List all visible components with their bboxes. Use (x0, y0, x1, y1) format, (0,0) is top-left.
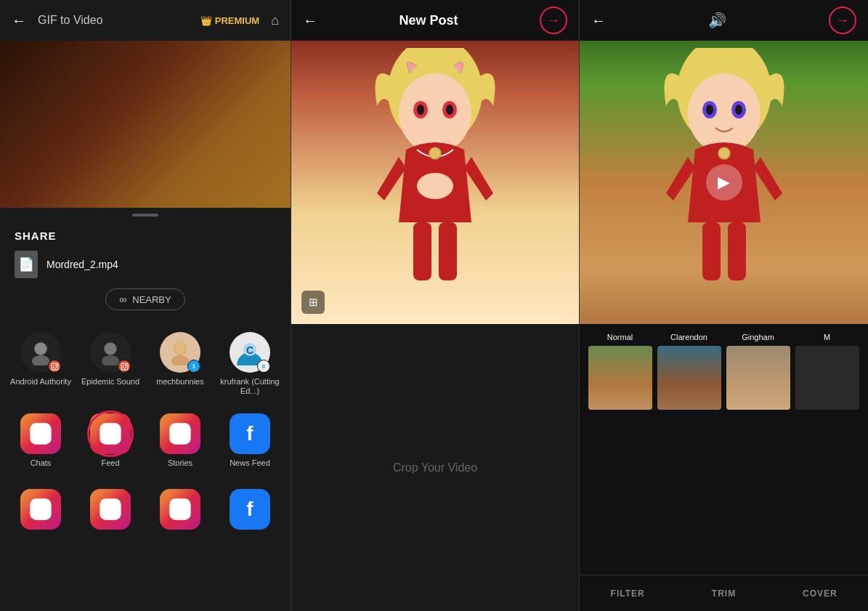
anime-character-overlay (291, 41, 579, 324)
next-button-panel2[interactable]: → (540, 7, 567, 34)
app-mechbunnies[interactable]: t mechbunnies (147, 328, 214, 400)
filter-thumb-normal (588, 346, 652, 410)
crown-icon: 👑 (200, 15, 212, 26)
app-bottom-3[interactable] (147, 485, 214, 534)
app-label-chats: Chats (31, 458, 52, 468)
app-bottom-4[interactable]: f (216, 485, 283, 534)
svg-point-10 (123, 365, 126, 368)
panel-new-post: ← New Post → (291, 0, 579, 611)
filter-gingham[interactable]: Gingham (723, 333, 792, 410)
app-label-epidemic-sound: Epidemic Sound (81, 377, 139, 387)
instagram-chats-icon (20, 413, 61, 454)
svg-point-33 (105, 504, 115, 514)
back-button[interactable]: ← (12, 12, 26, 29)
facebook-icon: f (230, 413, 270, 454)
svg-point-16 (182, 340, 185, 347)
app-feed[interactable]: Feed (77, 409, 144, 472)
video-thumbnail (0, 41, 291, 208)
app-stories[interactable]: Stories (147, 409, 214, 472)
new-post-title: New Post (399, 13, 458, 28)
back-button-panel2[interactable]: ← (303, 12, 317, 29)
bottom-tabs: FILTER TRIM COVER (580, 575, 868, 611)
share-label: SHARE (15, 230, 276, 242)
back-button-panel3[interactable]: ← (591, 12, 606, 29)
app-news-feed[interactable]: f News Feed (216, 409, 283, 472)
svg-point-2 (35, 343, 46, 355)
volume-icon[interactable]: 🔊 (708, 12, 726, 29)
app-label-android-authority: Android Authority (10, 377, 71, 387)
filter-items-row: Normal Clarendon Gingham M (580, 333, 868, 410)
app-android-authority[interactable]: Android Authority (7, 328, 74, 400)
instagram-stories-icon (160, 413, 200, 454)
app-chats[interactable]: Chats (7, 409, 74, 472)
app-label-stories: Stories (168, 458, 192, 468)
nearby-icon: ∞ (119, 294, 126, 305)
svg-rect-46 (413, 222, 431, 280)
app-krufrank[interactable]: C c krufrank (Cutting Ed...) (216, 328, 283, 400)
tab-trim-label: TRIM (712, 588, 736, 599)
svg-text:C: C (246, 344, 253, 356)
expand-button[interactable]: ⊞ (301, 291, 325, 314)
play-button[interactable]: ▶ (706, 164, 742, 201)
next-arrow-icon-p3: → (836, 13, 849, 28)
app-avatar-mechbunnies: t (160, 332, 200, 373)
filter-thumb-gingham (726, 346, 790, 410)
next-arrow-icon: → (547, 13, 560, 28)
video-content-area: ⊞ Crop Your Video (291, 41, 579, 611)
svg-point-37 (184, 502, 187, 505)
app-bottom-2[interactable] (77, 485, 144, 534)
app-label-news-feed: News Feed (230, 458, 270, 468)
file-icon: 📄 (15, 251, 38, 278)
app-epidemic-sound[interactable]: Epidemic Sound (77, 328, 144, 400)
app-label-feed: Feed (101, 458, 119, 468)
video-area-panel3: ▶ (580, 41, 868, 324)
panel-filter: ← 🔊 → (579, 0, 868, 611)
tab-filter-label: FILTER (611, 588, 645, 599)
filter-thumb-clarendon (657, 346, 721, 410)
app-bottom-1[interactable] (7, 485, 74, 534)
crop-label: Crop Your Video (393, 461, 477, 474)
svg-point-28 (184, 427, 187, 430)
drag-handle[interactable] (132, 214, 158, 217)
svg-point-25 (114, 427, 117, 430)
instagram-badge (48, 360, 61, 373)
next-button-panel3[interactable]: → (829, 7, 856, 34)
svg-point-42 (417, 105, 424, 115)
svg-rect-3 (51, 363, 57, 369)
crop-area: Crop Your Video (291, 324, 579, 611)
comicvine-badge: c (257, 360, 270, 373)
filter-normal[interactable]: Normal (585, 333, 654, 410)
tab-trim[interactable]: TRIM (676, 575, 771, 611)
svg-point-22 (44, 427, 47, 430)
filter-unknown[interactable]: M (792, 333, 861, 410)
svg-point-27 (175, 429, 184, 439)
tab-cover[interactable]: COVER (772, 575, 868, 611)
video-preview (0, 41, 291, 208)
home-icon[interactable]: ⌂ (271, 13, 279, 28)
filter-label-unknown: M (824, 333, 830, 341)
svg-point-39 (399, 73, 471, 153)
filter-thumb-unknown (795, 346, 859, 410)
social-apps-grid: Chats Feed (0, 409, 291, 472)
svg-point-8 (105, 343, 116, 355)
app-avatar-epidemic-sound (90, 332, 131, 373)
play-overlay: ▶ (580, 41, 868, 324)
video-preview-panel2: ⊞ (291, 41, 579, 324)
tab-filter[interactable]: FILTER (580, 575, 676, 611)
svg-point-24 (105, 429, 115, 439)
svg-point-21 (36, 429, 45, 439)
svg-point-13 (171, 355, 189, 365)
bottom-row-partial: f (0, 482, 291, 534)
facebook-icon-bottom: f (230, 489, 270, 530)
share-apps-grid: Android Authority (0, 328, 291, 400)
feed-icon-wrapper (90, 413, 131, 454)
filter-clarendon[interactable]: Clarendon (654, 333, 723, 410)
filter-strip: Normal Clarendon Gingham M (580, 324, 868, 414)
svg-point-36 (175, 504, 184, 514)
svg-point-4 (53, 365, 57, 368)
nearby-button[interactable]: ∞ NEARBY (105, 288, 184, 310)
new-post-header: ← New Post → (291, 0, 579, 41)
instagram-feed-icon (90, 413, 131, 454)
svg-point-34 (114, 502, 117, 505)
filter-label-clarendon: Clarendon (670, 333, 707, 341)
